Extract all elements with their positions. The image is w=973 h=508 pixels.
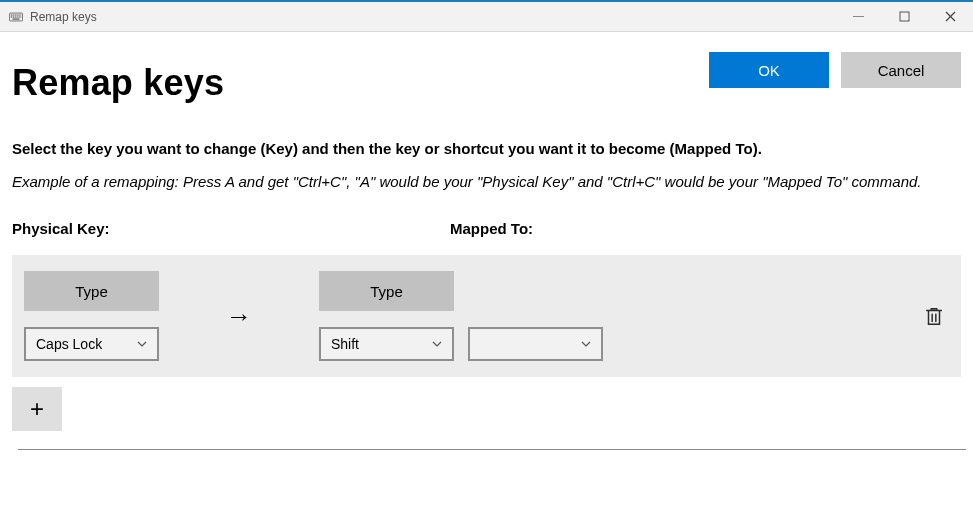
mapped-to-header: Mapped To:: [450, 220, 961, 237]
svg-rect-13: [13, 18, 20, 19]
header-row: Remap keys OK Cancel: [12, 52, 961, 104]
svg-rect-15: [900, 12, 909, 21]
column-headers: Physical Key: Mapped To:: [12, 220, 961, 237]
instructions-text: Select the key you want to change (Key) …: [12, 140, 961, 157]
example-text: Example of a remapping: Press A and get …: [12, 171, 961, 192]
keyboard-icon: [8, 9, 24, 25]
mapped-key-select-2[interactable]: [468, 327, 603, 361]
delete-row-button[interactable]: [923, 305, 949, 327]
add-remap-button[interactable]: +: [12, 387, 62, 431]
cancel-button[interactable]: Cancel: [841, 52, 961, 88]
chevron-down-icon: [432, 341, 442, 347]
mapped-type-button[interactable]: Type: [319, 271, 454, 311]
mapped-to-cell: Type Shift: [319, 271, 603, 361]
svg-rect-7: [11, 16, 12, 17]
svg-rect-9: [15, 16, 16, 17]
chevron-down-icon: [581, 341, 591, 347]
window-title: Remap keys: [30, 10, 97, 24]
svg-rect-11: [18, 16, 19, 17]
svg-rect-2: [13, 14, 14, 15]
svg-rect-10: [17, 16, 18, 17]
maximize-button[interactable]: [881, 2, 927, 32]
physical-key-select[interactable]: Caps Lock: [24, 327, 159, 361]
divider: [18, 449, 966, 450]
close-button[interactable]: [927, 2, 973, 32]
trash-icon: [923, 305, 945, 327]
svg-rect-3: [15, 14, 16, 15]
chevron-down-icon: [137, 341, 147, 347]
titlebar: Remap keys: [0, 0, 973, 32]
minimize-button[interactable]: [835, 2, 881, 32]
physical-key-value: Caps Lock: [36, 336, 102, 352]
svg-rect-5: [18, 14, 19, 15]
svg-rect-4: [17, 14, 18, 15]
svg-rect-1: [11, 14, 12, 15]
physical-type-button[interactable]: Type: [24, 271, 159, 311]
svg-rect-8: [13, 16, 14, 17]
arrow-right-icon: →: [159, 301, 319, 332]
plus-icon: +: [30, 395, 44, 423]
svg-rect-12: [20, 16, 21, 17]
remap-row: Type Caps Lock → Type Shift: [12, 255, 961, 377]
svg-rect-6: [20, 14, 21, 15]
page-title: Remap keys: [12, 62, 697, 104]
physical-key-header: Physical Key:: [12, 220, 450, 237]
mapped-key-1-value: Shift: [331, 336, 359, 352]
ok-button[interactable]: OK: [709, 52, 829, 88]
physical-key-cell: Type Caps Lock: [24, 271, 159, 361]
mapped-key-select-1[interactable]: Shift: [319, 327, 454, 361]
arrow-glyph: →: [226, 301, 252, 332]
